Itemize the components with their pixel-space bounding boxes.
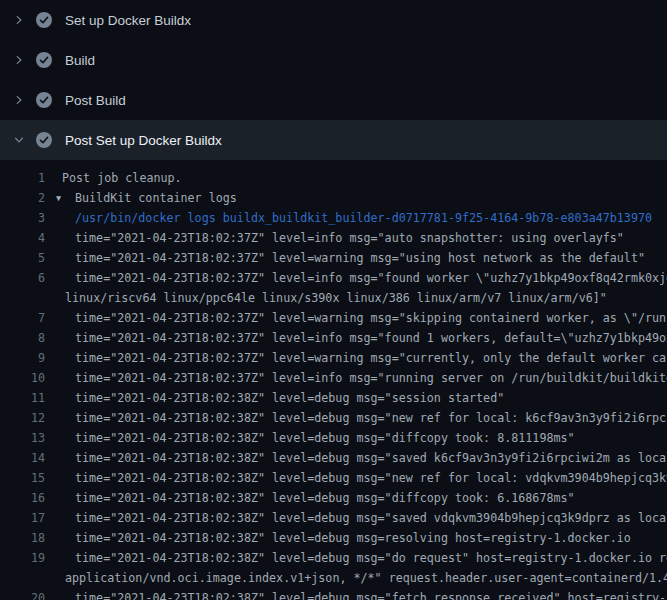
log-row: 7 time="2021-04-23T18:02:37Z" level=warn… — [0, 308, 667, 328]
line-number[interactable]: 12 — [0, 408, 45, 428]
log-row: 13 time="2021-04-23T18:02:38Z" level=deb… — [0, 428, 667, 448]
line-number[interactable]: 5 — [0, 248, 45, 268]
line-number[interactable] — [0, 288, 45, 308]
line-number[interactable]: 15 — [0, 468, 45, 488]
line-number[interactable]: 10 — [0, 368, 45, 388]
log-row: 14 time="2021-04-23T18:02:38Z" level=deb… — [0, 448, 667, 468]
log-row: 16 time="2021-04-23T18:02:38Z" level=deb… — [0, 488, 667, 508]
log-text: time="2021-04-23T18:02:38Z" level=debug … — [45, 408, 667, 428]
line-number[interactable]: 1 — [0, 168, 45, 188]
line-number[interactable]: 8 — [0, 328, 45, 348]
log-row: 1 Post job cleanup. — [0, 168, 667, 188]
log-row: application/vnd.oci.image.index.v1+json,… — [0, 568, 667, 588]
log-text: time="2021-04-23T18:02:38Z" level=debug … — [45, 468, 667, 488]
step-row-post-build[interactable]: Post Build — [0, 80, 667, 120]
step-label: Post Build — [65, 93, 126, 108]
steps-list: Set up Docker Buildx Build P — [0, 0, 667, 160]
log-text: time="2021-04-23T18:02:38Z" level=debug … — [45, 528, 667, 548]
log-text: time="2021-04-23T18:02:37Z" level=warnin… — [45, 348, 667, 368]
check-circle-icon — [36, 52, 52, 68]
log-row: 15 time="2021-04-23T18:02:38Z" level=deb… — [0, 468, 667, 488]
log-text: time="2021-04-23T18:02:38Z" level=debug … — [45, 588, 667, 600]
log-row: 3 /usr/bin/docker logs buildx_buildkit_b… — [0, 208, 667, 228]
log-text: time="2021-04-23T18:02:37Z" level=warnin… — [45, 308, 667, 328]
line-number[interactable]: 14 — [0, 448, 45, 468]
line-number[interactable]: 11 — [0, 388, 45, 408]
line-number[interactable]: 2 — [0, 188, 45, 208]
line-number[interactable]: 13 — [0, 428, 45, 448]
log-text: time="2021-04-23T18:02:38Z" level=debug … — [45, 548, 667, 568]
step-row-post-set-up-docker-buildx[interactable]: Post Set up Docker Buildx — [0, 120, 667, 160]
line-number[interactable]: 4 — [0, 228, 45, 248]
step-row-build[interactable]: Build — [0, 40, 667, 80]
chevron-down-icon[interactable] — [12, 133, 26, 147]
line-number[interactable]: 19 — [0, 548, 45, 568]
log-row: 2 ▼BuildKit container logs — [0, 188, 667, 208]
line-number[interactable]: 16 — [0, 488, 45, 508]
log-text: time="2021-04-23T18:02:37Z" level=warnin… — [45, 248, 667, 268]
log-row: 18 time="2021-04-23T18:02:38Z" level=deb… — [0, 528, 667, 548]
chevron-right-icon[interactable] — [12, 93, 26, 107]
log-text: time="2021-04-23T18:02:38Z" level=debug … — [45, 448, 667, 468]
group-toggle-icon[interactable]: ▼ — [45, 188, 75, 208]
log-row: 12 time="2021-04-23T18:02:38Z" level=deb… — [0, 408, 667, 428]
log-row: 8 time="2021-04-23T18:02:37Z" level=info… — [0, 328, 667, 348]
step-row-set-up-docker-buildx[interactable]: Set up Docker Buildx — [0, 0, 667, 40]
log-text: application/vnd.oci.image.index.v1+json,… — [45, 568, 667, 588]
step-label: Set up Docker Buildx — [65, 13, 191, 28]
log-row: linux/riscv64 linux/ppc64le linux/s390x … — [0, 288, 667, 308]
actions-log-viewer: Set up Docker Buildx Build P — [0, 0, 667, 600]
log-row: 5 time="2021-04-23T18:02:37Z" level=warn… — [0, 248, 667, 268]
line-number[interactable]: 6 — [0, 268, 45, 288]
log-row: 17 time="2021-04-23T18:02:38Z" level=deb… — [0, 508, 667, 528]
log-row: 4 time="2021-04-23T18:02:37Z" level=info… — [0, 228, 667, 248]
line-number[interactable]: 9 — [0, 348, 45, 368]
step-label: Build — [65, 53, 95, 68]
line-number[interactable]: 3 — [0, 208, 45, 228]
log-text: Post job cleanup. — [45, 168, 667, 188]
line-number[interactable]: 20 — [0, 588, 45, 600]
check-circle-icon — [36, 92, 52, 108]
log-text: time="2021-04-23T18:02:37Z" level=info m… — [45, 328, 667, 348]
step-label: Post Set up Docker Buildx — [65, 133, 222, 148]
line-number[interactable]: 7 — [0, 308, 45, 328]
chevron-right-icon[interactable] — [12, 53, 26, 67]
log-row: 6 time="2021-04-23T18:02:37Z" level=info… — [0, 268, 667, 288]
log-text: time="2021-04-23T18:02:37Z" level=info m… — [45, 268, 667, 288]
check-circle-icon — [36, 132, 52, 148]
line-number[interactable] — [0, 568, 45, 588]
log-row: 11 time="2021-04-23T18:02:38Z" level=deb… — [0, 388, 667, 408]
log-text: time="2021-04-23T18:02:38Z" level=debug … — [45, 388, 667, 408]
log-text: linux/riscv64 linux/ppc64le linux/s390x … — [45, 288, 667, 308]
log-text: time="2021-04-23T18:02:37Z" level=info m… — [45, 228, 667, 248]
log-text: time="2021-04-23T18:02:38Z" level=debug … — [45, 508, 667, 528]
line-number[interactable]: 18 — [0, 528, 45, 548]
check-circle-icon — [36, 12, 52, 28]
log-row: 20 time="2021-04-23T18:02:38Z" level=deb… — [0, 588, 667, 600]
log-text: time="2021-04-23T18:02:38Z" level=debug … — [45, 488, 667, 508]
log-area: 1 Post job cleanup. 2 ▼BuildKit containe… — [0, 160, 667, 600]
log-text: time="2021-04-23T18:02:38Z" level=debug … — [45, 428, 667, 448]
chevron-right-icon[interactable] — [12, 13, 26, 27]
line-number[interactable]: 17 — [0, 508, 45, 528]
log-row: 10 time="2021-04-23T18:02:37Z" level=inf… — [0, 368, 667, 388]
log-text: BuildKit container logs — [75, 188, 667, 208]
log-command-text: /usr/bin/docker logs buildx_buildkit_bui… — [45, 208, 667, 228]
log-row: 9 time="2021-04-23T18:02:37Z" level=warn… — [0, 348, 667, 368]
log-row: 19 time="2021-04-23T18:02:38Z" level=deb… — [0, 548, 667, 568]
log-text: time="2021-04-23T18:02:37Z" level=info m… — [45, 368, 667, 388]
